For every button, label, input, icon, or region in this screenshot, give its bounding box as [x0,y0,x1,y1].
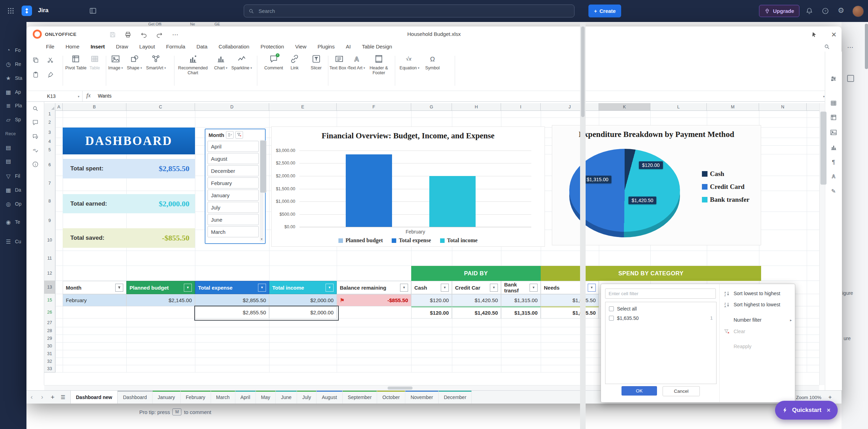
cell-balance[interactable]: ⚑-$855.50 [337,294,411,306]
symbol-button[interactable]: Symbol [425,54,440,70]
menu-tab[interactable]: Insert [85,42,110,52]
copy-button[interactable] [31,56,40,64]
total-cash[interactable]: $120.00 [411,306,452,319]
redo-button[interactable] [155,31,163,38]
chat-icon[interactable] [32,133,39,140]
dismiss-icon[interactable]: ✕ [827,407,831,413]
sheet-list-icon[interactable]: ☰ [58,391,68,404]
sort-descending-item[interactable]: Sort highest to lowest [720,299,795,310]
sidebar-item-customize[interactable]: ☰Cu [0,237,26,246]
menu-tab[interactable]: File [40,42,60,52]
undo-button[interactable] [140,31,148,38]
header-footer-button[interactable]: Header & Footer [367,54,391,76]
more-menu-icon[interactable]: ⋯ [847,44,853,51]
sheet-tab[interactable]: April [235,391,256,404]
sheet-tab[interactable]: October [377,391,405,404]
number-filter-item[interactable]: Number filter▸ [720,315,795,325]
menu-search-icon[interactable] [824,44,830,50]
column-header[interactable]: C [126,103,195,110]
bar-chart-panel[interactable]: Financial Overview: Budget, Income, and … [271,127,545,247]
cancel-button[interactable]: Cancel [663,386,700,396]
checkbox-icon[interactable] [609,316,614,321]
sparkline-button[interactable]: Sparkline▾ [231,54,252,70]
sidebar-item-starred[interactable]: ★Sta [0,73,26,83]
sidebar-recent-page[interactable]: ▤ [0,156,26,166]
total-needs[interactable]: $1,635.50 [541,306,599,319]
header-total-expense[interactable]: Total expense▼ [195,281,269,294]
select-all-corner[interactable] [44,103,55,110]
sidebar-item-plans[interactable]: ≣Pla [0,101,26,110]
create-button[interactable]: +Create [588,5,621,17]
menu-tab[interactable]: Collaboration [213,42,255,52]
notifications-icon[interactable] [806,7,813,15]
filter-dropdown-icon[interactable]: ▼ [441,284,449,292]
sheet-tab[interactable]: December [439,391,472,404]
column-header[interactable]: E [269,103,337,110]
sidebar-toggle-icon[interactable] [89,7,97,15]
cell-expense[interactable]: $2,855.50 [195,294,269,306]
cell-bank[interactable]: $1,315.00 [501,294,541,306]
table-button[interactable]: Table [89,54,100,70]
global-search[interactable] [244,5,574,17]
filter-dropdown-icon[interactable]: ▼ [184,284,192,292]
column-header[interactable]: J [541,103,599,110]
column-header[interactable]: I [501,103,541,110]
cell-cash[interactable]: $1,420.50$120.00 [411,294,452,306]
avatar[interactable] [852,6,864,17]
smartart-button[interactable]: SmartArt▾ [146,54,166,70]
add-sheet-icon[interactable]: + [47,391,58,404]
settings-gear-icon[interactable]: ⚙ [838,6,844,15]
clear-filter-item[interactable]: Clear [720,326,795,337]
column-header[interactable]: B [63,103,126,110]
browser-scrollbar[interactable] [865,24,868,69]
sidebar-item-operations[interactable]: ◎Op [0,199,26,209]
recommended-chart-button[interactable]: Recommended Chart [177,54,209,76]
sidebar-item-filters[interactable]: ▽Fil [0,171,26,181]
column-header[interactable] [807,103,819,110]
print-button[interactable] [124,31,132,38]
sort-ascending-item[interactable]: Sort lowest to highest [720,288,795,299]
save-button[interactable] [109,31,116,38]
header-credit-card[interactable]: Credit Car▼ [452,281,501,294]
slicer-clear-filter-icon[interactable] [235,131,243,139]
slicer-button[interactable]: Slicer [311,54,321,70]
sheet-tab[interactable]: February [181,391,211,404]
menu-tab[interactable]: Home [60,42,85,52]
sheet-tab[interactable]: November [405,391,439,404]
signature-settings-icon[interactable]: ✎ [825,188,842,194]
search-input[interactable] [258,8,570,14]
app-switcher-icon[interactable] [7,7,15,15]
sheet-tab[interactable]: July [297,391,316,404]
menu-tab[interactable]: View [290,42,312,52]
comments-icon[interactable] [32,119,39,126]
filter-list-item[interactable]: Select all [605,304,716,313]
reapply-filter-item[interactable]: Reapply [720,341,795,352]
metric-total-saved[interactable]: Total saved: -$855.50 [63,228,195,248]
sheet-tab[interactable]: August [316,391,343,404]
cell-month[interactable]: February [63,294,126,306]
sheet-tab[interactable]: March [211,391,235,404]
filter-dropdown-icon-active[interactable]: ▼ [588,284,596,292]
column-header[interactable]: G [411,103,452,110]
cell-name-box[interactable]: K13▾ [44,91,83,101]
sidebar-item-for-you[interactable]: ◔Fo [0,45,26,55]
slicer-item[interactable]: June [208,214,259,225]
slicer-multiselect-icon[interactable] [226,131,234,139]
close-icon[interactable]: ✕ [830,31,838,38]
tab-scroll-left-icon[interactable]: ‹ [26,391,37,404]
band-spend-by-category[interactable]: SPEND BY CATEGORY [541,266,761,281]
toolbar-settings-icon[interactable] [825,75,842,82]
menu-tab[interactable]: Draw [110,42,134,52]
header-balance-remaining[interactable]: Balance remaining▼ [337,281,411,294]
sheet-tab[interactable]: September [343,391,377,404]
slicer-item[interactable]: December [208,165,259,176]
about-icon[interactable] [32,161,39,168]
menu-tab[interactable]: Layout [134,42,161,52]
checkbox-icon[interactable] [609,306,614,311]
total-credit[interactable]: $1,420.50 [452,306,501,319]
slicer-scrollbar[interactable]: ▼ [260,140,264,242]
jira-logo[interactable] [22,6,32,16]
slicer-item[interactable]: August [208,153,259,164]
slicer-item[interactable]: July [208,202,259,213]
month-slicer[interactable]: Month April August December February [205,129,266,244]
